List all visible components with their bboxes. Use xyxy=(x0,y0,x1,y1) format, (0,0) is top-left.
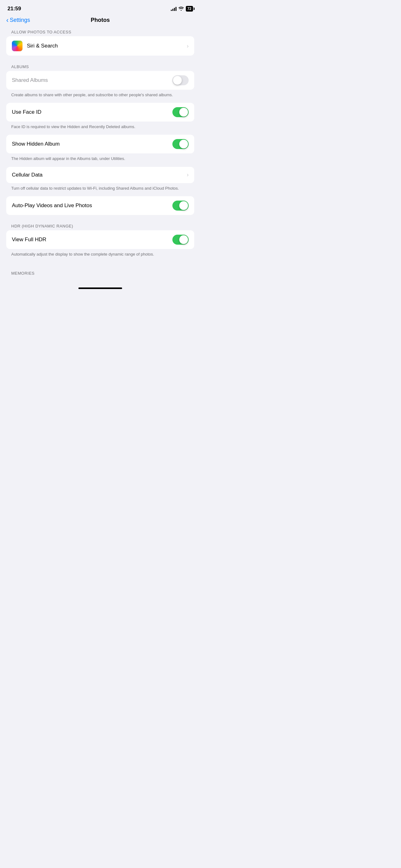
show-hidden-album-footer: The Hidden album will appear in the Albu… xyxy=(0,153,201,166)
signal-icon xyxy=(171,6,176,11)
status-icons: 72 xyxy=(171,6,193,11)
battery-icon: 72 xyxy=(186,6,193,11)
cellular-data-footer: Turn off cellular data to restrict updat… xyxy=(0,183,201,196)
toggle-knob xyxy=(179,108,188,117)
section-header-albums: ALBUMS xyxy=(0,64,201,71)
row-shared-albums[interactable]: Shared Albums xyxy=(6,71,194,90)
toggle-knob xyxy=(179,140,188,148)
use-face-id-footer: Face ID is required to view the Hidden a… xyxy=(0,122,201,135)
card-use-face-id: Use Face ID xyxy=(6,103,194,122)
section-allow-access: ALLOW PHOTOS TO ACCESS Siri & Search › xyxy=(0,30,201,56)
status-time: 21:59 xyxy=(7,6,21,12)
view-full-hdr-toggle[interactable] xyxy=(172,235,189,245)
row-use-face-id[interactable]: Use Face ID xyxy=(6,103,194,122)
home-indicator xyxy=(0,282,201,291)
card-cellular-data: Cellular Data › xyxy=(6,167,194,183)
shared-albums-toggle[interactable] xyxy=(172,75,189,85)
autoplay-videos-label: Auto-Play Videos and Live Photos xyxy=(12,203,92,209)
row-cellular-data[interactable]: Cellular Data › xyxy=(6,167,194,183)
show-hidden-album-label: Show Hidden Album xyxy=(12,141,60,147)
view-full-hdr-footer: Automatically adjust the display to show… xyxy=(0,249,201,262)
card-allow-access: Siri & Search › xyxy=(6,36,194,56)
shared-albums-label: Shared Albums xyxy=(12,77,48,84)
toggle-knob xyxy=(179,201,188,210)
siri-search-label: Siri & Search xyxy=(27,43,58,49)
section-header-memories: MEMORIES xyxy=(0,271,201,277)
card-view-full-hdr: View Full HDR xyxy=(6,230,194,249)
row-autoplay-videos[interactable]: Auto-Play Videos and Live Photos xyxy=(6,196,194,215)
page-title: Photos xyxy=(91,17,110,24)
card-shared-albums: Shared Albums xyxy=(6,71,194,90)
back-button[interactable]: ‹ Settings xyxy=(6,16,30,24)
settings-content: ALLOW PHOTOS TO ACCESS Siri & Search › A… xyxy=(0,27,201,282)
row-view-full-hdr[interactable]: View Full HDR xyxy=(6,230,194,249)
toggle-knob xyxy=(173,76,182,85)
toggle-knob xyxy=(179,235,188,244)
siri-icon xyxy=(12,41,23,51)
wifi-icon xyxy=(178,6,184,11)
section-header-allow-access: ALLOW PHOTOS TO ACCESS xyxy=(0,30,201,36)
section-memories: MEMORIES xyxy=(0,271,201,277)
card-show-hidden-album: Show Hidden Album xyxy=(6,135,194,153)
section-hdr: HDR (HIGH DYNAMIC RANGE) View Full HDR A… xyxy=(0,224,201,262)
autoplay-videos-toggle[interactable] xyxy=(172,200,189,211)
show-hidden-album-toggle[interactable] xyxy=(172,139,189,149)
use-face-id-label: Use Face ID xyxy=(12,109,41,115)
row-show-hidden-album[interactable]: Show Hidden Album xyxy=(6,135,194,153)
card-autoplay-videos: Auto-Play Videos and Live Photos xyxy=(6,196,194,215)
view-full-hdr-label: View Full HDR xyxy=(12,237,46,243)
use-face-id-toggle[interactable] xyxy=(172,107,189,117)
back-chevron-icon: ‹ xyxy=(6,16,8,24)
nav-bar: ‹ Settings Photos xyxy=(0,16,201,27)
home-bar xyxy=(78,287,122,289)
chevron-right-icon: › xyxy=(187,43,189,50)
cellular-data-label: Cellular Data xyxy=(12,172,42,178)
section-albums: ALBUMS Shared Albums Create albums to sh… xyxy=(0,64,201,215)
row-siri-search[interactable]: Siri & Search › xyxy=(6,36,194,56)
back-label: Settings xyxy=(10,17,30,24)
section-header-hdr: HDR (HIGH DYNAMIC RANGE) xyxy=(0,224,201,230)
shared-albums-footer: Create albums to share with other people… xyxy=(0,90,201,103)
chevron-right-icon: › xyxy=(187,172,189,178)
status-bar: 21:59 72 xyxy=(0,0,201,16)
